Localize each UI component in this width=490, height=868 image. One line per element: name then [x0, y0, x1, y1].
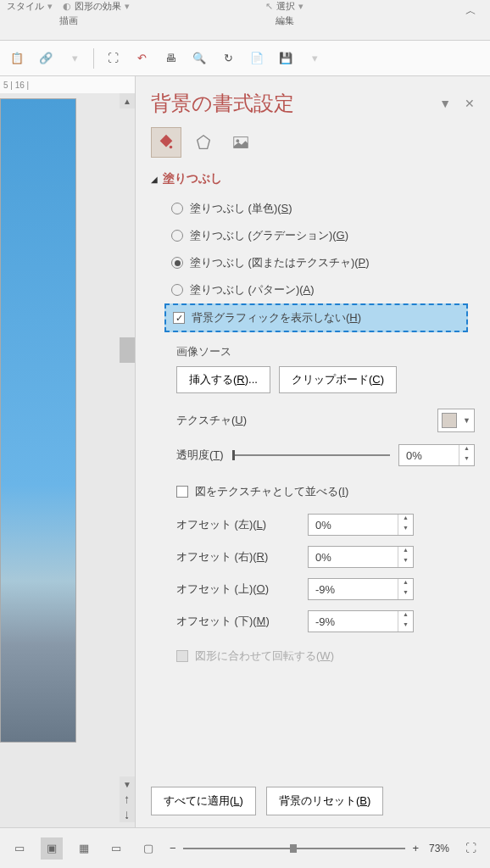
fill-solid-radio[interactable]: 塗りつぶし (単色)(S) — [171, 195, 475, 222]
texture-label: テクスチャ(U) — [176, 413, 247, 428]
ribbon-edit-group: ↖ 選択 ▾ 編集 — [265, 0, 303, 27]
select-label[interactable]: 選択 — [276, 0, 295, 13]
texture-dropdown[interactable]: ▼ — [437, 409, 475, 432]
slideshow-view-icon[interactable]: ▢ — [137, 837, 159, 860]
offset-bottom-label: オフセット (下)(M) — [176, 614, 308, 629]
undo-icon[interactable]: ↶ — [131, 48, 152, 69]
svg-point-1 — [237, 139, 240, 142]
scroll-thumb[interactable] — [120, 337, 135, 363]
clipboard-button[interactable]: クリップボード(C) — [279, 366, 397, 393]
scroll-track[interactable] — [120, 108, 135, 776]
offset-top-input[interactable]: -9% ▲▼ — [308, 578, 414, 600]
more-icon[interactable]: ▾ — [304, 48, 325, 69]
offset-left-input[interactable]: 0% ▲▼ — [308, 514, 414, 536]
spin-up-icon[interactable]: ▲ — [398, 579, 413, 589]
collapse-ribbon-button[interactable]: ︿ — [459, 0, 483, 22]
transparency-row: 透明度(T) 0% ▲▼ — [176, 444, 475, 466]
tile-texture-checkbox[interactable]: 図をテクスチャとして並べる(I) — [176, 478, 475, 505]
zoom-in-icon[interactable]: + — [412, 842, 419, 854]
texture-row: テクスチャ(U) ▼ — [176, 409, 475, 432]
ribbon: スタイル ▾ ◐ 図形の効果 ▾ 描画 ↖ 選択 ▾ 編集 ︿ — [0, 0, 490, 41]
fill-section-title: 塗りつぶし — [163, 171, 222, 186]
collapse-arrow-icon: ◢ — [151, 175, 158, 184]
zoom-slider[interactable]: − + — [170, 842, 419, 854]
offset-right-input[interactable]: 0% ▲▼ — [308, 546, 414, 568]
link-icon[interactable]: 🔗 — [36, 48, 56, 69]
close-panel-icon[interactable]: ✕ — [465, 97, 475, 110]
fill-pattern-radio[interactable]: 塗りつぶし (パターン)(A) — [171, 276, 475, 303]
radio-checked-icon — [171, 257, 183, 269]
transparency-value: 0% — [399, 449, 459, 462]
slider-thumb[interactable] — [232, 450, 235, 460]
status-bar: ▭ ▣ ▦ ▭ ▢ − + 73% ⛶ — [0, 827, 490, 868]
radio-icon — [171, 230, 183, 242]
offset-left-row: オフセット (左)(L) 0% ▲▼ — [176, 514, 475, 536]
format-tabs — [151, 127, 475, 158]
slide-preview-area: 5 | 16 | ▲ ▼ ⭡ ⭣ — [0, 76, 136, 827]
sorter-view-icon[interactable]: ▦ — [73, 837, 95, 860]
fill-section-header[interactable]: ◢ 塗りつぶし — [151, 171, 475, 186]
spin-up-icon[interactable]: ▲ — [398, 547, 413, 557]
effects-label[interactable]: 図形の効果 — [75, 0, 121, 13]
picture-tab-icon[interactable] — [226, 127, 256, 158]
spin-down-icon[interactable]: ▼ — [459, 455, 474, 465]
slide-thumbnail[interactable] — [0, 98, 76, 743]
new-icon[interactable]: 📄 — [247, 48, 267, 69]
texture-swatch-icon — [442, 413, 457, 428]
apply-all-button[interactable]: すべてに適用(L) — [151, 787, 256, 815]
checkbox-icon — [176, 486, 188, 498]
format-background-panel: 背景の書式設定 ▼ ✕ ◢ 塗りつぶし 塗りつぶし (単色)(S — [136, 76, 490, 827]
normal-view-icon[interactable]: ▣ — [41, 837, 63, 860]
fill-picture-radio[interactable]: 塗りつぶし (図またはテクスチャ)(P) — [171, 249, 475, 276]
next-slide-icon[interactable]: ⭣ — [120, 807, 135, 822]
zoom-thumb[interactable] — [290, 844, 297, 853]
image-source-section: 画像ソース 挿入する(R)... クリップボード(C) テクスチャ(U) ▼ 透… — [151, 344, 475, 670]
main-area: 5 | 16 | ▲ ▼ ⭡ ⭣ 背景の書式設定 ▼ ✕ — [0, 76, 490, 827]
spin-down-icon[interactable]: ▼ — [398, 557, 413, 567]
fill-gradient-radio[interactable]: 塗りつぶし (グラデーション)(G) — [171, 222, 475, 249]
radio-icon — [171, 284, 183, 296]
spin-up-icon[interactable]: ▲ — [459, 445, 474, 455]
reading-view-icon[interactable]: ▭ — [105, 837, 127, 860]
panel-title: 背景の書式設定 — [151, 90, 294, 117]
offset-top-label: オフセット (上)(O) — [176, 581, 308, 597]
insert-image-button[interactable]: 挿入する(R)... — [176, 366, 270, 393]
fit-icon[interactable]: ⛶ — [103, 48, 123, 69]
zoom-percentage[interactable]: 73% — [429, 843, 449, 854]
panel-bottom-buttons: すべてに適用(L) 背景のリセット(B) — [151, 787, 475, 815]
notes-view-icon[interactable]: ▭ — [8, 837, 31, 860]
image-source-label: 画像ソース — [176, 344, 475, 359]
dropdown-icon[interactable]: ▾ — [64, 48, 85, 69]
offset-bottom-input[interactable]: -9% ▲▼ — [308, 610, 414, 632]
panel-menu-icon[interactable]: ▼ — [439, 97, 451, 110]
prev-slide-icon[interactable]: ⭡ — [120, 792, 135, 807]
offset-left-label: オフセット (左)(L) — [176, 517, 308, 532]
reset-background-button[interactable]: 背景のリセット(B) — [266, 787, 383, 815]
scroll-down-icon[interactable]: ▼ — [120, 776, 135, 792]
ruler: 5 | 16 | — [0, 76, 135, 93]
fill-tab-icon[interactable] — [151, 127, 181, 158]
spin-up-icon[interactable]: ▲ — [398, 515, 413, 525]
vertical-scrollbar[interactable]: ▲ ▼ ⭡ ⭣ — [120, 93, 135, 822]
fit-window-icon[interactable]: ⛶ — [459, 837, 482, 860]
zoom-track[interactable] — [183, 848, 406, 849]
paste-icon[interactable]: 📋 — [7, 48, 27, 69]
style-label[interactable]: スタイル — [7, 0, 44, 13]
spin-up-icon[interactable]: ▲ — [398, 611, 413, 621]
transparency-input[interactable]: 0% ▲▼ — [398, 444, 475, 466]
spin-down-icon[interactable]: ▼ — [398, 621, 413, 632]
print-icon[interactable]: 🖶 — [160, 48, 181, 69]
scroll-up-icon[interactable]: ▲ — [120, 93, 135, 108]
hide-background-graphics-checkbox[interactable]: 背景グラフィックを表示しない(H) — [164, 303, 468, 332]
effects-tab-icon[interactable] — [188, 127, 219, 158]
spin-down-icon[interactable]: ▼ — [398, 589, 413, 599]
save-icon[interactable]: 💾 — [276, 48, 296, 69]
transparency-slider[interactable] — [232, 454, 390, 456]
separator — [93, 48, 94, 69]
spin-down-icon[interactable]: ▼ — [398, 525, 413, 535]
refresh-icon[interactable]: ↻ — [218, 48, 238, 69]
radio-icon — [171, 203, 183, 214]
rotate-with-shape-checkbox: 図形に合わせて回転する(W) — [176, 643, 475, 670]
zoom-out-icon[interactable]: − — [170, 842, 176, 854]
zoom-icon[interactable]: 🔍 — [189, 48, 209, 69]
